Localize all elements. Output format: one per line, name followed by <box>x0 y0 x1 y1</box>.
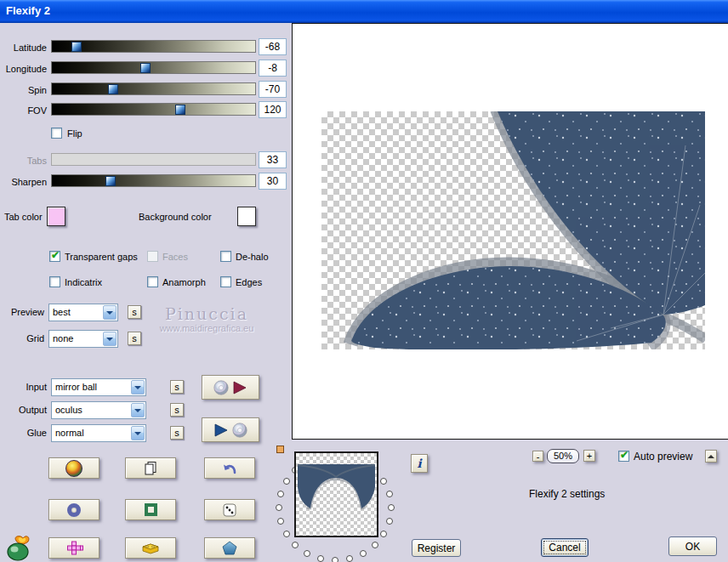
input-value: mirror ball <box>55 382 97 392</box>
longitude-slider-thumb[interactable] <box>140 63 151 73</box>
input-label: Input <box>0 382 47 392</box>
zoom-in-button[interactable]: + <box>583 450 595 462</box>
fov-slider-thumb[interactable] <box>175 105 185 115</box>
indicatrix-checkbox[interactable] <box>49 276 60 287</box>
output-value: oculus <box>55 405 82 415</box>
grid-dropdown-icon[interactable] <box>103 332 117 346</box>
flaming-pear-logo-icon <box>4 534 34 562</box>
marker-square[interactable] <box>276 446 284 453</box>
title-bar[interactable]: Flexify 2 <box>0 0 728 23</box>
latitude-slider-thumb[interactable] <box>71 42 82 52</box>
longitude-value[interactable]: -8 <box>259 60 287 77</box>
info-button[interactable]: i <box>411 454 428 473</box>
glue-value: normal <box>55 428 84 438</box>
glue-dropdown-icon[interactable] <box>131 426 145 440</box>
spin-value[interactable]: -70 <box>259 81 287 98</box>
ring-dot <box>277 518 284 525</box>
indicatrix-label: Indicatrix <box>65 277 102 287</box>
output-select[interactable]: oculus <box>51 401 146 419</box>
plus-icon: + <box>587 451 592 461</box>
logo-sphere-button[interactable] <box>48 457 100 479</box>
disc-export-icon <box>210 379 251 396</box>
edges-checkbox[interactable] <box>220 276 231 287</box>
spin-slider[interactable] <box>51 82 256 95</box>
ok-button[interactable]: OK <box>668 536 717 556</box>
grid-s-button[interactable]: s <box>128 332 141 345</box>
grid-select[interactable]: none <box>48 330 118 348</box>
sharpen-slider-thumb[interactable] <box>105 176 116 186</box>
anamorph-checkbox[interactable] <box>147 276 158 287</box>
ring-dot <box>332 557 338 562</box>
preview-mode-label: Preview <box>0 307 44 317</box>
fov-value[interactable]: 120 <box>259 101 287 118</box>
ring-dot <box>380 531 387 537</box>
output-label: Output <box>0 405 47 415</box>
load-settings-button[interactable] <box>202 417 259 442</box>
longitude-slider[interactable] <box>51 61 256 74</box>
ring-dot <box>283 478 290 485</box>
cancel-button[interactable]: Cancel <box>541 538 589 557</box>
preview-mode-dropdown-icon[interactable] <box>103 305 117 320</box>
input-dropdown-icon[interactable] <box>131 380 145 395</box>
input-select[interactable]: mirror ball <box>51 378 146 396</box>
de-halo-label: De-halo <box>236 252 269 262</box>
result-thumbnail[interactable] <box>294 451 378 537</box>
collapse-panel-button[interactable] <box>705 450 717 463</box>
tabs-slider <box>51 153 256 166</box>
latitude-slider[interactable] <box>51 40 256 53</box>
preview-mode-value: best <box>53 307 71 317</box>
grid-value: none <box>53 333 73 343</box>
background-color-swatch[interactable] <box>237 207 256 226</box>
faces-checkbox <box>147 251 158 262</box>
tab-color-swatch[interactable] <box>47 207 65 226</box>
output-s-button[interactable]: s <box>170 403 184 417</box>
spin-slider-thumb[interactable] <box>108 84 118 94</box>
faces-label: Faces <box>162 252 188 262</box>
undo-button[interactable] <box>204 457 255 479</box>
frame-shape-button[interactable] <box>125 499 176 520</box>
fov-slider[interactable] <box>51 103 256 116</box>
randomize-button[interactable] <box>204 499 255 520</box>
register-button-label: Register <box>418 542 456 554</box>
glue-label: Glue <box>0 428 47 438</box>
edges-label: Edges <box>236 277 262 287</box>
longitude-slider-row: Longitude -8 <box>0 60 289 78</box>
thumbnail-graphic <box>296 453 377 536</box>
disc-import-icon <box>210 422 251 439</box>
spin-slider-row: Spin -70 <box>0 81 289 99</box>
ring-dot <box>386 491 393 497</box>
latitude-value[interactable]: -68 <box>259 38 287 55</box>
zoom-out-button[interactable]: - <box>532 451 543 462</box>
glue-select[interactable]: normal <box>51 424 146 442</box>
register-button[interactable]: Register <box>412 539 461 557</box>
torus-shape-button[interactable] <box>48 499 100 520</box>
sharpen-slider[interactable] <box>51 174 256 187</box>
ring-dot <box>388 504 395 511</box>
preview-image[interactable] <box>321 111 705 349</box>
ring-dot <box>304 550 310 557</box>
documents-icon <box>143 461 158 476</box>
sharpen-value[interactable]: 30 <box>259 173 287 190</box>
watermark-name: Pinuccia <box>143 304 270 323</box>
copy-settings-button[interactable] <box>125 457 176 479</box>
output-dropdown-icon[interactable] <box>131 403 145 417</box>
flip-checkbox[interactable] <box>51 128 62 139</box>
transparent-gaps-checkbox[interactable] <box>49 251 60 262</box>
tabs-value[interactable]: 33 <box>259 151 287 168</box>
latitude-label: Latitude <box>0 43 47 53</box>
brick-shape-button[interactable] <box>125 537 176 559</box>
glue-s-button[interactable]: s <box>170 426 184 440</box>
settings-status-text: Flexify 2 settings <box>529 488 605 500</box>
unfold-cube-button[interactable] <box>48 537 100 559</box>
preview-s-button[interactable]: s <box>128 305 141 319</box>
preview-mode-select[interactable]: best <box>48 304 118 321</box>
auto-preview-checkbox[interactable] <box>618 451 629 462</box>
cube-net-icon <box>65 541 83 555</box>
pentagon-shape-button[interactable] <box>204 537 255 559</box>
watermark-url: www.maidiregrafica.eu <box>143 323 270 333</box>
cancel-button-label: Cancel <box>549 542 580 553</box>
input-s-button[interactable]: s <box>170 380 184 394</box>
save-settings-button[interactable] <box>202 375 259 400</box>
ring-dot <box>360 550 367 557</box>
de-halo-checkbox[interactable] <box>220 251 231 262</box>
